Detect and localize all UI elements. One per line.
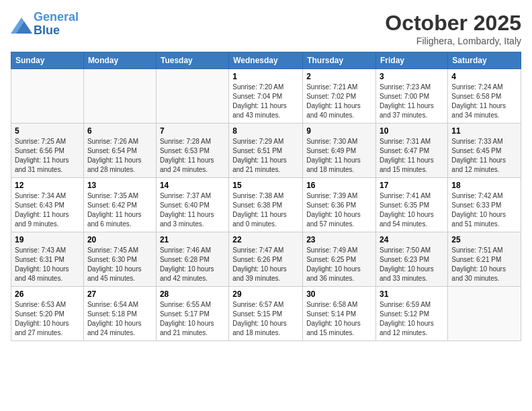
day-cell: 2Sunrise: 7:21 AM Sunset: 7:02 PM Daylig… (303, 69, 376, 124)
day-cell: 6Sunrise: 7:26 AM Sunset: 6:54 PM Daylig… (83, 124, 156, 178)
day-info: Sunrise: 7:23 AM Sunset: 7:00 PM Dayligh… (380, 83, 444, 120)
day-info: Sunrise: 7:42 AM Sunset: 6:33 PM Dayligh… (451, 191, 517, 229)
day-number: 5 (15, 126, 80, 136)
day-cell: 4Sunrise: 7:24 AM Sunset: 6:58 PM Daylig… (448, 69, 521, 124)
day-info: Sunrise: 7:49 AM Sunset: 6:25 PM Dayligh… (306, 246, 372, 283)
day-number: 2 (306, 72, 372, 81)
day-number: 9 (306, 126, 372, 136)
day-cell: 24Sunrise: 7:50 AM Sunset: 6:23 PM Dayli… (376, 232, 448, 287)
day-number: 10 (380, 126, 444, 136)
day-number: 1 (232, 72, 299, 81)
day-info: Sunrise: 6:53 AM Sunset: 5:20 PM Dayligh… (15, 300, 80, 338)
day-info: Sunrise: 7:41 AM Sunset: 6:35 PM Dayligh… (380, 191, 444, 229)
day-info: Sunrise: 7:24 AM Sunset: 6:58 PM Dayligh… (451, 83, 517, 120)
day-info: Sunrise: 7:34 AM Sunset: 6:43 PM Dayligh… (15, 191, 80, 229)
day-info: Sunrise: 7:37 AM Sunset: 6:40 PM Dayligh… (160, 191, 225, 229)
day-cell: 5Sunrise: 7:25 AM Sunset: 6:56 PM Daylig… (11, 124, 84, 178)
day-number: 29 (232, 289, 299, 299)
day-cell: 12Sunrise: 7:34 AM Sunset: 6:43 PM Dayli… (11, 178, 84, 232)
day-info: Sunrise: 7:33 AM Sunset: 6:45 PM Dayligh… (451, 137, 517, 175)
week-row-1: 1Sunrise: 7:20 AM Sunset: 7:04 PM Daylig… (11, 69, 521, 124)
col-header-friday: Friday (376, 52, 448, 69)
day-number: 20 (87, 235, 152, 244)
location: Filighera, Lombardy, Italy (385, 36, 521, 46)
day-number: 30 (306, 289, 372, 299)
day-cell: 23Sunrise: 7:49 AM Sunset: 6:25 PM Dayli… (303, 232, 376, 287)
col-header-thursday: Thursday (303, 52, 376, 69)
day-number: 24 (380, 235, 444, 244)
day-number: 7 (160, 126, 225, 136)
day-number: 19 (15, 235, 80, 244)
day-number: 28 (160, 289, 225, 299)
day-info: Sunrise: 7:45 AM Sunset: 6:30 PM Dayligh… (87, 246, 152, 283)
day-number: 14 (160, 181, 225, 190)
day-info: Sunrise: 7:50 AM Sunset: 6:23 PM Dayligh… (380, 246, 444, 283)
day-cell: 1Sunrise: 7:20 AM Sunset: 7:04 PM Daylig… (229, 69, 303, 124)
day-cell: 19Sunrise: 7:43 AM Sunset: 6:31 PM Dayli… (11, 232, 84, 287)
day-number: 23 (306, 235, 372, 244)
day-cell: 10Sunrise: 7:31 AM Sunset: 6:47 PM Dayli… (376, 124, 448, 178)
page-header: General Blue October 2025 Filighera, Lom… (11, 11, 521, 46)
day-info: Sunrise: 7:47 AM Sunset: 6:26 PM Dayligh… (232, 246, 299, 283)
col-header-saturday: Saturday (448, 52, 521, 69)
day-number: 13 (87, 181, 152, 190)
day-cell (448, 287, 521, 341)
day-number: 6 (87, 126, 152, 136)
title-block: October 2025 Filighera, Lombardy, Italy (385, 11, 521, 46)
day-info: Sunrise: 7:25 AM Sunset: 6:56 PM Dayligh… (15, 137, 80, 175)
day-cell: 18Sunrise: 7:42 AM Sunset: 6:33 PM Dayli… (448, 178, 521, 232)
day-cell: 9Sunrise: 7:30 AM Sunset: 6:49 PM Daylig… (303, 124, 376, 178)
day-info: Sunrise: 7:20 AM Sunset: 7:04 PM Dayligh… (232, 83, 299, 120)
day-cell: 27Sunrise: 6:54 AM Sunset: 5:18 PM Dayli… (83, 287, 156, 341)
day-cell (156, 69, 228, 124)
day-info: Sunrise: 7:30 AM Sunset: 6:49 PM Dayligh… (306, 137, 372, 175)
day-info: Sunrise: 7:21 AM Sunset: 7:02 PM Dayligh… (306, 83, 372, 120)
day-cell: 16Sunrise: 7:39 AM Sunset: 6:36 PM Dayli… (303, 178, 376, 232)
day-cell: 14Sunrise: 7:37 AM Sunset: 6:40 PM Dayli… (156, 178, 228, 232)
day-cell: 21Sunrise: 7:46 AM Sunset: 6:28 PM Dayli… (156, 232, 228, 287)
day-info: Sunrise: 7:26 AM Sunset: 6:54 PM Dayligh… (87, 137, 152, 175)
day-number: 8 (232, 126, 299, 136)
day-info: Sunrise: 7:31 AM Sunset: 6:47 PM Dayligh… (380, 137, 444, 175)
logo-icon (11, 15, 32, 34)
day-cell: 25Sunrise: 7:51 AM Sunset: 6:21 PM Dayli… (448, 232, 521, 287)
day-info: Sunrise: 7:38 AM Sunset: 6:38 PM Dayligh… (232, 191, 299, 229)
day-cell: 30Sunrise: 6:58 AM Sunset: 5:14 PM Dayli… (303, 287, 376, 341)
day-info: Sunrise: 7:46 AM Sunset: 6:28 PM Dayligh… (160, 246, 225, 283)
day-number: 3 (380, 72, 444, 81)
day-number: 26 (15, 289, 80, 299)
day-number: 11 (451, 126, 517, 136)
col-header-wednesday: Wednesday (229, 52, 303, 69)
week-row-5: 26Sunrise: 6:53 AM Sunset: 5:20 PM Dayli… (11, 287, 521, 341)
day-info: Sunrise: 7:39 AM Sunset: 6:36 PM Dayligh… (306, 191, 372, 229)
day-cell: 7Sunrise: 7:28 AM Sunset: 6:53 PM Daylig… (156, 124, 228, 178)
day-number: 21 (160, 235, 225, 244)
col-header-monday: Monday (83, 52, 156, 69)
day-number: 25 (451, 235, 517, 244)
day-number: 22 (232, 235, 299, 244)
day-number: 27 (87, 289, 152, 299)
day-info: Sunrise: 6:57 AM Sunset: 5:15 PM Dayligh… (232, 300, 299, 338)
day-info: Sunrise: 7:51 AM Sunset: 6:21 PM Dayligh… (451, 246, 517, 283)
day-cell: 15Sunrise: 7:38 AM Sunset: 6:38 PM Dayli… (229, 178, 303, 232)
day-cell: 17Sunrise: 7:41 AM Sunset: 6:35 PM Dayli… (376, 178, 448, 232)
day-cell: 11Sunrise: 7:33 AM Sunset: 6:45 PM Dayli… (448, 124, 521, 178)
day-cell (83, 69, 156, 124)
day-cell: 29Sunrise: 6:57 AM Sunset: 5:15 PM Dayli… (229, 287, 303, 341)
day-info: Sunrise: 7:43 AM Sunset: 6:31 PM Dayligh… (15, 246, 80, 283)
day-number: 16 (306, 181, 372, 190)
calendar-table: SundayMondayTuesdayWednesdayThursdayFrid… (11, 52, 521, 341)
day-info: Sunrise: 6:55 AM Sunset: 5:17 PM Dayligh… (160, 300, 225, 338)
day-cell: 28Sunrise: 6:55 AM Sunset: 5:17 PM Dayli… (156, 287, 228, 341)
day-info: Sunrise: 7:29 AM Sunset: 6:51 PM Dayligh… (232, 137, 299, 175)
day-info: Sunrise: 7:28 AM Sunset: 6:53 PM Dayligh… (160, 137, 225, 175)
day-number: 18 (451, 181, 517, 190)
col-header-sunday: Sunday (11, 52, 84, 69)
day-cell: 31Sunrise: 6:59 AM Sunset: 5:12 PM Dayli… (376, 287, 448, 341)
day-info: Sunrise: 7:35 AM Sunset: 6:42 PM Dayligh… (87, 191, 152, 229)
calendar-header: SundayMondayTuesdayWednesdayThursdayFrid… (11, 52, 521, 69)
day-number: 4 (451, 72, 517, 81)
month-title: October 2025 (385, 11, 521, 36)
week-row-2: 5Sunrise: 7:25 AM Sunset: 6:56 PM Daylig… (11, 124, 521, 178)
logo: General Blue (11, 11, 79, 38)
